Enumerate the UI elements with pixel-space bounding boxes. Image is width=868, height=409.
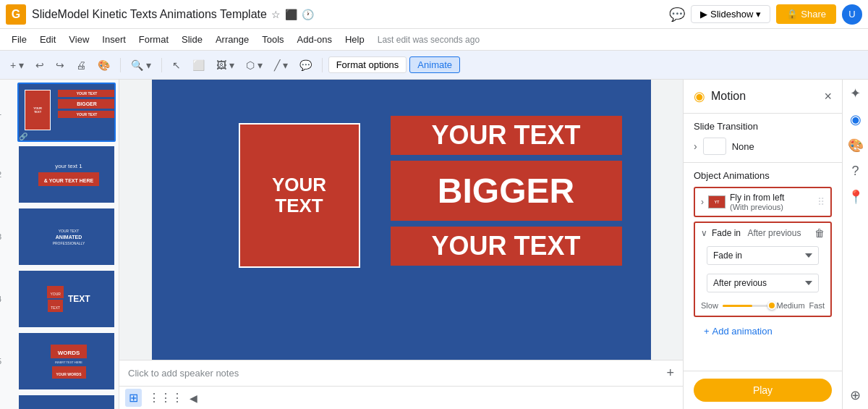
toolbar: + ▾ ↩ ↪ 🖨 🎨 🔍 ▾ ↖ ⬜ 🖼 ▾ ⬡ ▾ ╱ ▾ 💬 Format… — [0, 51, 868, 80]
main-text-3: YOUR TEXT — [401, 231, 612, 261]
comment-add-button[interactable]: 💬 — [295, 56, 316, 74]
slide-num-4: 4 — [0, 295, 1, 303]
title-area: SlideModel Kinetic Texts Animations Temp… — [32, 8, 663, 21]
bottom-left: ⊞ ⋮⋮⋮ ◀ — [125, 389, 197, 407]
play-section: Play — [684, 371, 842, 409]
notes-area: Click to add speaker notes + — [119, 360, 683, 386]
slide-thumb-1[interactable]: 1 YOUR TEXT YOUR TEXT B — [3, 83, 116, 142]
comment-button[interactable]: 💬 — [669, 7, 685, 22]
star-icon[interactable]: ☆ — [271, 9, 281, 20]
selection-button[interactable]: ⬜ — [188, 56, 209, 74]
plus-icon: + — [704, 326, 710, 337]
animation-item-2: ∨ Fade in After previous 🗑 Fade in — [694, 222, 832, 317]
slide-num-1: 1 — [0, 108, 1, 117]
slide-right-content: YOUR TEXT BIGGER YOUR TEXT — [391, 116, 622, 271]
anim-chevron-2[interactable]: ∨ — [701, 228, 707, 238]
qa-icon[interactable]: ? — [851, 164, 859, 179]
speed-slider-track[interactable] — [723, 305, 773, 307]
history-icon: 🕐 — [302, 9, 314, 20]
motion-panel-title: Motion — [711, 90, 746, 103]
play-button[interactable]: Play — [694, 379, 832, 402]
sep2 — [161, 58, 162, 72]
line-button[interactable]: ╱ ▾ — [270, 56, 292, 74]
image-button[interactable]: 🖼 ▾ — [212, 56, 239, 74]
redo-button[interactable]: ↪ — [51, 56, 69, 74]
slide-thumb-5[interactable]: 5 WORDS INSERT TEXT HERE YOUR WORDS — [3, 332, 116, 391]
menu-file[interactable]: File — [6, 32, 33, 47]
animate-button[interactable]: Animate — [409, 56, 460, 73]
anim-chevron-1: › — [701, 197, 704, 207]
undo-button[interactable]: ↩ — [31, 56, 48, 74]
menu-insert[interactable]: Insert — [96, 32, 132, 47]
slide-thumb-6[interactable]: 6 & verbs — [3, 394, 116, 409]
explore-icon[interactable]: ✦ — [850, 85, 861, 101]
menu-slide[interactable]: Slide — [176, 32, 208, 47]
slide-thumb-inner-3: YOUR TEXT ANIMATED PROFESSIONALLY — [17, 207, 116, 266]
slide-thumb-4[interactable]: 4 YOUR TEXT TEXT — [3, 269, 116, 329]
slide-transition-title: Slide Transition — [694, 121, 832, 132]
transition-expand-button[interactable]: › — [694, 140, 697, 152]
main-slide[interactable]: YOUR TEXT YOUR TEXT BIGGER YOUR TEXT — [152, 80, 651, 360]
transition-row: › None — [694, 138, 832, 155]
slide-red-box: YOUR TEXT — [240, 125, 359, 266]
slide-thumb-3[interactable]: 3 YOUR TEXT ANIMATED PROFESSIONALLY — [3, 207, 116, 266]
slide-thumb-inner-2: your text 1 & YOUR TEXT HERE — [17, 145, 116, 204]
app-logo: G — [6, 4, 26, 25]
paint-format-button[interactable]: 🎨 — [93, 56, 114, 74]
notes-placeholder[interactable]: Click to add speaker notes — [128, 368, 239, 379]
object-animations-title: Object Animations — [694, 170, 832, 181]
bar-3: YOUR TEXT — [391, 227, 622, 266]
box-text-2: TEXT — [275, 195, 323, 216]
main-text-2: BIGGER — [401, 171, 612, 211]
expand-icon[interactable]: ⊕ — [850, 387, 861, 403]
anim-1-sub: (With previous) — [730, 203, 813, 211]
lock-icon: 🔒 — [786, 9, 798, 20]
bottom-bar: ⊞ ⋮⋮⋮ ◀ — [119, 386, 683, 409]
add-animation-button[interactable]: + Add animation — [694, 321, 783, 341]
slides-panel: 1 YOUR TEXT YOUR TEXT B — [0, 80, 119, 409]
avatar: U — [842, 4, 862, 25]
zoom-button[interactable]: 🔍 ▾ — [127, 56, 156, 74]
format-options-button[interactable]: Format options — [328, 56, 407, 73]
animation-trigger-select[interactable]: After previous — [707, 274, 819, 292]
menu-arrange[interactable]: Arrange — [210, 32, 255, 47]
slide-thumb-2[interactable]: 2 your text 1 & YOUR TEXT HERE — [3, 145, 116, 204]
theme-icon[interactable]: 🎨 — [848, 138, 864, 153]
top-bar: G SlideModel Kinetic Texts Animations Te… — [0, 0, 868, 29]
sep1 — [120, 58, 121, 72]
cursor-button[interactable]: ↖ — [168, 56, 185, 74]
box-text-1: YOUR — [272, 174, 326, 195]
menu-tools[interactable]: Tools — [256, 32, 289, 47]
animation-item-2-header: ∨ Fade in After previous 🗑 — [695, 223, 830, 243]
menu-addons[interactable]: Add-ons — [292, 32, 338, 47]
transition-preview-box — [703, 138, 726, 155]
collapse-panel-button[interactable]: ◀ — [190, 392, 197, 404]
slide-thumb-inner-4: YOUR TEXT TEXT — [17, 269, 116, 329]
motion-side-icon[interactable]: ◉ — [850, 111, 861, 127]
add-slide-button[interactable]: + — [666, 366, 674, 381]
slide-thumb-inner-1: YOUR TEXT YOUR TEXT BIGGER YOUR TEXT — [17, 83, 116, 142]
slide-thumb-inner-5: WORDS INSERT TEXT HERE YOUR WORDS — [17, 332, 116, 391]
delete-animation-button[interactable]: 🗑 — [814, 227, 825, 239]
filmstrip-view-button[interactable]: ⋮⋮⋮ — [145, 389, 187, 407]
anim-1-info: Fly in from left (With previous) — [730, 193, 813, 211]
add-button[interactable]: + ▾ — [6, 56, 28, 74]
main-area: 1 YOUR TEXT YOUR TEXT B — [0, 80, 868, 409]
menu-format[interactable]: Format — [133, 32, 174, 47]
grid-view-button[interactable]: ⊞ — [125, 389, 142, 407]
speed-slider-handle[interactable] — [767, 301, 776, 310]
menu-help[interactable]: Help — [339, 32, 370, 47]
logo-letter: G — [12, 8, 20, 21]
menu-view[interactable]: View — [63, 32, 95, 47]
anim-1-grip-icon: ⠿ — [817, 196, 825, 208]
shapes-button[interactable]: ⬡ ▾ — [242, 56, 267, 74]
animation-item-1-header[interactable]: › YT Fly in from left (With previous) ⠿ — [695, 188, 830, 216]
share-button[interactable]: 🔒 Share — [776, 4, 836, 24]
motion-panel: ◉ Motion × Slide Transition › None Objec… — [683, 80, 842, 409]
print-button[interactable]: 🖨 — [72, 56, 90, 74]
map-icon[interactable]: 📍 — [848, 189, 864, 205]
close-motion-panel-button[interactable]: × — [824, 89, 832, 104]
animation-type-select[interactable]: Fade in — [707, 246, 819, 265]
present-button[interactable]: ▶ Slideshow ▾ — [691, 5, 770, 23]
menu-edit[interactable]: Edit — [34, 32, 61, 47]
